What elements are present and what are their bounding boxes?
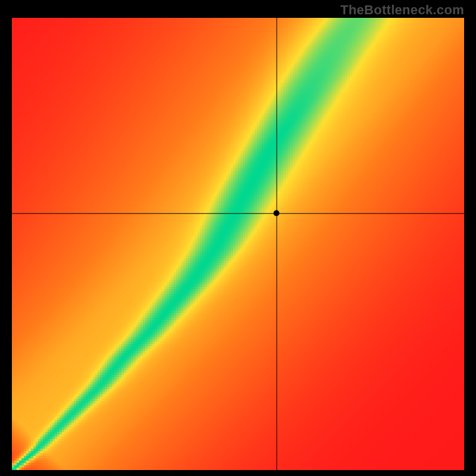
heatmap-canvas (12, 18, 464, 470)
chart-frame: TheBottleneck.com (0, 0, 476, 476)
watermark: TheBottleneck.com (340, 2, 464, 18)
